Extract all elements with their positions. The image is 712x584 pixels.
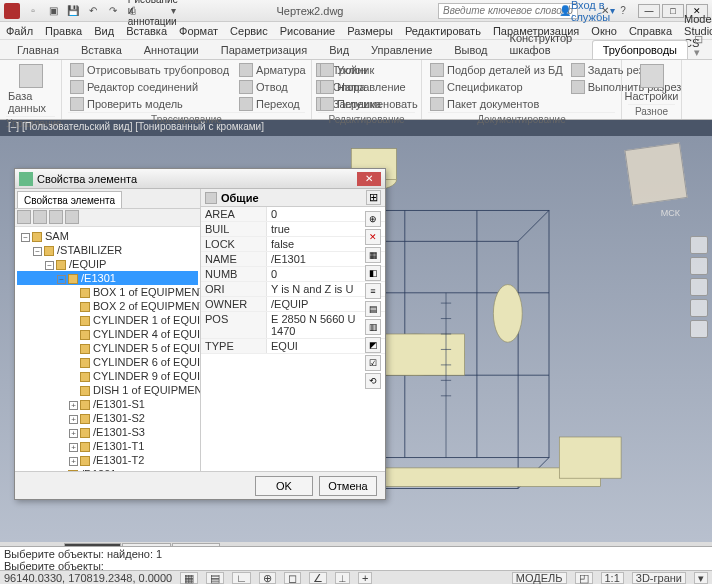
rtool-delete-icon[interactable]: ✕ (365, 229, 381, 245)
qat-workspace[interactable]: Рисование и аннотации (144, 2, 162, 20)
direction-btn[interactable]: Направление (318, 79, 415, 95)
menu-service[interactable]: Сервис (230, 25, 268, 37)
property-grid[interactable]: AREA0BUILtrueLOCKfalseNAME/E1301NUMB0ORI… (201, 207, 385, 471)
search-input[interactable] (438, 3, 578, 19)
draw-pipe-btn[interactable]: Отрисовывать трубопровод (68, 62, 231, 78)
ortho-icon[interactable]: ∟ (232, 572, 251, 584)
spec-btn[interactable]: Спецификатор (428, 79, 565, 95)
db-parts-btn[interactable]: Подбор деталей из БД (428, 62, 565, 78)
rtool-4-icon[interactable]: ◧ (365, 265, 381, 281)
database-button[interactable]: База данных (6, 62, 55, 116)
tree-node[interactable]: CYLINDER 1 of EQUIPMEN (17, 313, 198, 327)
visual-style[interactable]: 3D-грани (632, 572, 686, 584)
tree-node[interactable]: CYLINDER 6 of EQUIPMEN (17, 355, 198, 369)
chevron-down-icon[interactable]: ▾ (164, 2, 182, 20)
tree-node[interactable]: +/E1301-T2 (17, 453, 198, 467)
login-link[interactable]: 👤 Вход в службы ▾ (578, 2, 596, 20)
osnap-icon[interactable]: ◻ (284, 572, 301, 584)
tab-cabinet[interactable]: Конструктор шкафов (499, 28, 592, 59)
ribbon-expand-icon[interactable]: ⊡ ▾ (694, 33, 706, 59)
tree-node[interactable]: BOX 2 of EQUIPMENT /E1 (17, 299, 198, 313)
dyn-icon[interactable]: + (358, 572, 372, 584)
rtool-add-icon[interactable]: ⊕ (365, 211, 381, 227)
help-icon[interactable]: ? (614, 2, 632, 20)
status-config-icon[interactable]: ▾ (694, 572, 708, 584)
rtool-9-icon[interactable]: ☑ (365, 355, 381, 371)
menu-draw[interactable]: Рисование (280, 25, 335, 37)
check-model-btn[interactable]: Проверить модель (68, 96, 231, 112)
tree-node[interactable]: −/STABILIZER (17, 243, 198, 257)
tree-node[interactable]: +/E1301-S1 (17, 397, 198, 411)
qat-undo-icon[interactable]: ↶ (84, 2, 102, 20)
rename-btn[interactable]: Переименовать (318, 96, 415, 112)
tree-node[interactable]: −/E1301 (17, 271, 198, 285)
tree-tool-2-icon[interactable] (33, 210, 47, 224)
viewcube[interactable] (624, 142, 687, 205)
ducs-icon[interactable]: ⟂ (335, 572, 350, 584)
menu-insert[interactable]: Вставка (126, 25, 167, 37)
rtool-7-icon[interactable]: ▥ (365, 319, 381, 335)
tree-node[interactable]: CYLINDER 9 of EQUIPMEN (17, 369, 198, 383)
tab-parametric[interactable]: Параметризация (210, 40, 318, 59)
dialog-tab-props[interactable]: Свойства элемента (17, 191, 122, 208)
pan-icon[interactable] (690, 257, 708, 275)
reducer-btn[interactable]: Переход (237, 96, 308, 112)
tree-node[interactable]: DISH 1 of EQUIPMENT /E (17, 383, 198, 397)
menu-format[interactable]: Формат (179, 25, 218, 37)
maximize-button[interactable]: □ (662, 4, 684, 18)
elbow-btn[interactable]: Отвод (237, 79, 308, 95)
app-icon[interactable] (4, 3, 20, 19)
dialog-close-button[interactable]: ✕ (357, 172, 381, 186)
qat-redo-icon[interactable]: ↷ (104, 2, 122, 20)
orbit-icon[interactable] (690, 299, 708, 317)
cancel-button[interactable]: Отмена (319, 476, 377, 496)
rtool-6-icon[interactable]: ▤ (365, 301, 381, 317)
tree-node[interactable]: BOX 1 of EQUIPMENT /E1 (17, 285, 198, 299)
menu-window[interactable]: Окно (591, 25, 617, 37)
nav-wheel-icon[interactable] (690, 236, 708, 254)
command-line[interactable]: Выберите объекты: найдено: 1 Выберите об… (0, 546, 712, 572)
tree-tool-3-icon[interactable] (49, 210, 63, 224)
tree-node[interactable]: +/E1301-T1 (17, 439, 198, 453)
tree-node[interactable]: +/E1301-S3 (17, 425, 198, 439)
property-row[interactable]: NAME/E1301 (201, 252, 385, 267)
rtool-5-icon[interactable]: ≡ (365, 283, 381, 299)
tree-tool-1-icon[interactable] (17, 210, 31, 224)
docs-btn[interactable]: Пакет документов (428, 96, 565, 112)
property-row[interactable]: TYPEEQUI (201, 339, 385, 354)
property-row[interactable]: ORIY is N and Z is U (201, 282, 385, 297)
tree-node[interactable]: +/E1301-S2 (17, 411, 198, 425)
qat-open-icon[interactable]: ▣ (44, 2, 62, 20)
menu-file[interactable]: Файл (6, 25, 33, 37)
qat-save-icon[interactable]: 💾 (64, 2, 82, 20)
joint-editor-btn[interactable]: Редактор соединений (68, 79, 231, 95)
property-row[interactable]: NUMB0 (201, 267, 385, 282)
tree-node[interactable]: +/D1201 (17, 467, 198, 471)
property-row[interactable]: BUILtrue (201, 222, 385, 237)
tree-tool-4-icon[interactable] (65, 210, 79, 224)
tab-home[interactable]: Главная (6, 40, 70, 59)
property-row[interactable]: LOCKfalse (201, 237, 385, 252)
ok-button[interactable]: OK (255, 476, 313, 496)
grid-icon[interactable]: ▤ (206, 572, 224, 584)
minimize-button[interactable]: — (638, 4, 660, 18)
menu-help[interactable]: Справка (629, 25, 672, 37)
zoom-icon[interactable] (690, 278, 708, 296)
menu-dimensions[interactable]: Размеры (347, 25, 393, 37)
element-tree[interactable]: −SAM−/STABILIZER−/EQUIP−/E1301BOX 1 of E… (15, 227, 200, 471)
slope-btn[interactable]: Уклон (318, 62, 415, 78)
menu-modify[interactable]: Редактировать (405, 25, 481, 37)
rtool-10-icon[interactable]: ⟲ (365, 373, 381, 389)
tree-node[interactable]: −/EQUIP (17, 257, 198, 271)
settings-button[interactable]: Настройки (628, 62, 675, 104)
property-row[interactable]: OWNER/EQUIP (201, 297, 385, 312)
menu-edit[interactable]: Правка (45, 25, 82, 37)
model-space-btn[interactable]: МОДЕЛЬ (512, 572, 567, 584)
exchange-icon[interactable]: ✕ (596, 2, 614, 20)
anno-scale[interactable]: 1:1 (601, 572, 624, 584)
snap-icon[interactable]: ▦ (180, 572, 198, 584)
tree-node[interactable]: CYLINDER 5 of EQUIPMEN (17, 341, 198, 355)
otrack-icon[interactable]: ∠ (309, 572, 327, 584)
rtool-copy-icon[interactable]: ▦ (365, 247, 381, 263)
tab-annotations[interactable]: Аннотации (133, 40, 210, 59)
